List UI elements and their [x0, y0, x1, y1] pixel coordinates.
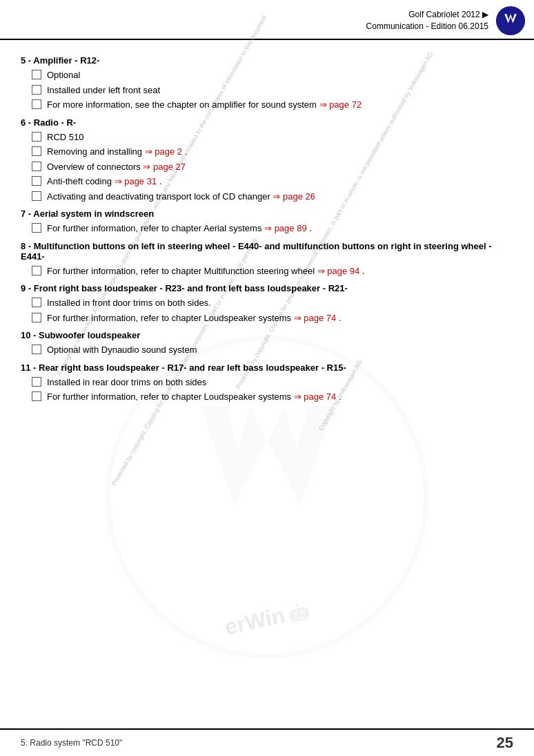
- page-link-26[interactable]: ⇒ page 26: [273, 191, 315, 202]
- section-10-list: Optional with Dynaudio sound system: [32, 343, 513, 357]
- page-link-89[interactable]: ⇒ page 89: [264, 223, 307, 233]
- list-item: Optional: [32, 68, 513, 82]
- page-header: Golf Cabriolet 2012 ▶ Communication - Ed…: [0, 0, 534, 40]
- section-8-title: 8 - Multifunction buttons on left in ste…: [21, 241, 513, 262]
- item-text: For more information, see the chapter on…: [47, 98, 362, 112]
- item-text: RCD 510: [47, 130, 83, 144]
- checkbox-icon: [32, 223, 41, 233]
- section-6-title: 6 - Radio - R-: [21, 117, 513, 128]
- page-link-94[interactable]: ⇒ page 94: [317, 266, 360, 276]
- list-item: Removing and installing ⇒ page 2 .: [32, 145, 513, 159]
- list-item: For more information, see the chapter on…: [32, 98, 513, 112]
- list-item: Optional with Dynaudio sound system: [32, 343, 513, 357]
- checkbox-icon: [32, 377, 41, 387]
- section-8-list: For further information, refer to chapte…: [32, 264, 513, 278]
- checkbox-icon: [32, 298, 41, 307]
- item-text: Removing and installing ⇒ page 2 .: [47, 145, 187, 159]
- list-item: For further information, refer to chapte…: [32, 222, 513, 235]
- main-content: 5 - Amplifier - R12- Optional Installed …: [0, 47, 534, 433]
- footer-page-number: 25: [497, 734, 513, 752]
- page-link-27[interactable]: ⇒ page 27: [143, 162, 186, 172]
- list-item: Anti-theft coding ⇒ page 31 .: [32, 175, 513, 188]
- item-text: For further information, refer to chapte…: [47, 222, 312, 235]
- section-9: 9 - Front right bass loudspeaker - R23- …: [21, 283, 513, 324]
- item-text: Installed in rear door trims on both sid…: [47, 376, 206, 389]
- checkbox-icon: [32, 70, 41, 79]
- page-link-72[interactable]: ⇒ page 72: [319, 99, 362, 110]
- section-11-list: Installed in rear door trims on both sid…: [32, 376, 513, 404]
- list-item: RCD 510: [32, 130, 513, 144]
- page-footer: 5. Radio system "RCD 510" 25: [0, 728, 534, 756]
- section-7-title: 7 - Aerial system in windscreen: [21, 209, 513, 219]
- item-text: Activating and deactivating transport lo…: [47, 190, 315, 204]
- page-link-74a[interactable]: ⇒ page 74: [294, 313, 337, 323]
- section-6-list: RCD 510 Removing and installing ⇒ page 2…: [32, 130, 513, 204]
- page-link-31[interactable]: ⇒ page 31: [115, 176, 157, 186]
- vw-logo-header: [495, 6, 526, 36]
- item-text: For further information, refer to chapte…: [47, 390, 342, 404]
- section-8: 8 - Multifunction buttons on left in ste…: [21, 241, 513, 278]
- checkbox-icon: [32, 132, 41, 142]
- checkbox-icon: [32, 176, 41, 186]
- section-5-list: Optional Installed under left front seat…: [32, 68, 513, 112]
- checkbox-icon: [32, 266, 41, 275]
- checkbox-icon: [32, 162, 41, 171]
- erwin-text: erWin: [222, 603, 287, 641]
- checkbox-icon: [32, 313, 41, 322]
- footer-page-number-container: 25: [497, 734, 513, 752]
- item-text: For further information, refer to chapte…: [47, 311, 342, 325]
- item-text: Installed under left front seat: [47, 84, 160, 97]
- section-11: 11 - Rear right bass loudspeaker - R17- …: [21, 362, 513, 404]
- list-item: For further information, refer to chapte…: [32, 390, 513, 404]
- checkbox-icon: [32, 191, 41, 201]
- page-link-2[interactable]: ⇒ page 2: [145, 146, 182, 157]
- page-link-74b[interactable]: ⇒ page 74: [294, 391, 337, 402]
- list-item: Overview of connectors ⇒ page 27: [32, 160, 513, 174]
- footer-section-label: 5. Radio system "RCD 510": [21, 738, 122, 748]
- section-7: 7 - Aerial system in windscreen For furt…: [21, 209, 513, 235]
- list-item: Activating and deactivating transport lo…: [32, 190, 513, 204]
- list-item: Installed in front door trims on both si…: [32, 296, 513, 310]
- svg-point-2: [496, 6, 525, 35]
- item-text: Installed in front door trims on both si…: [47, 296, 211, 310]
- header-line1: Golf Cabriolet 2012 ▶: [366, 9, 488, 21]
- section-11-title: 11 - Rear right bass loudspeaker - R17- …: [21, 362, 513, 373]
- list-item: For further information, refer to chapte…: [32, 311, 513, 325]
- list-item: For further information, refer to chapte…: [32, 264, 513, 278]
- section-10-title: 10 - Subwoofer loudspeaker: [21, 330, 513, 340]
- item-text: For further information, refer to chapte…: [47, 264, 364, 278]
- checkbox-icon: [32, 345, 41, 354]
- item-text: Optional with Dynaudio sound system: [47, 343, 197, 357]
- section-10: 10 - Subwoofer loudspeaker Optional with…: [21, 330, 513, 357]
- section-5: 5 - Amplifier - R12- Optional Installed …: [21, 55, 513, 112]
- header-text: Golf Cabriolet 2012 ▶ Communication - Ed…: [366, 9, 488, 32]
- section-9-list: Installed in front door trims on both si…: [32, 296, 513, 324]
- list-item: Installed in rear door trims on both sid…: [32, 376, 513, 389]
- item-text: Optional: [47, 68, 80, 82]
- section-9-title: 9 - Front right bass loudspeaker - R23- …: [21, 283, 513, 293]
- section-5-title: 5 - Amplifier - R12-: [21, 55, 513, 66]
- erwin-robot-icon: 🤖: [287, 601, 311, 624]
- checkbox-icon: [32, 99, 41, 109]
- checkbox-icon: [32, 391, 41, 401]
- header-line2: Communication - Edition 06.2015: [366, 21, 488, 32]
- list-item: Installed under left front seat: [32, 84, 513, 97]
- checkbox-icon: [32, 85, 41, 95]
- item-text: Anti-theft coding ⇒ page 31 .: [47, 175, 161, 188]
- item-text: Overview of connectors ⇒ page 27: [47, 160, 186, 174]
- checkbox-icon: [32, 146, 41, 156]
- section-7-list: For further information, refer to chapte…: [32, 222, 513, 235]
- section-6: 6 - Radio - R- RCD 510 Removing and inst…: [21, 117, 513, 204]
